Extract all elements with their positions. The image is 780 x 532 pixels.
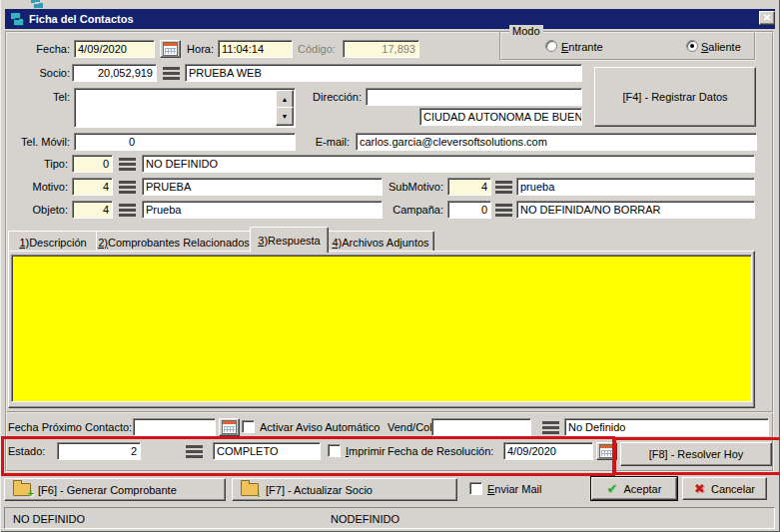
cancelar-button[interactable]: ✖ Cancelar bbox=[682, 477, 767, 500]
title-bar[interactable]: Ficha del Contactos ✕ bbox=[5, 9, 775, 29]
tel-label: Tel: bbox=[26, 88, 70, 106]
estado-label: Estado: bbox=[8, 442, 45, 460]
motivo-label: Motivo: bbox=[20, 178, 68, 196]
tab-respuesta[interactable]: 3) Respuesta bbox=[250, 227, 329, 253]
campana-lookup-icon[interactable] bbox=[495, 204, 512, 217]
modo-label: Modo bbox=[509, 25, 543, 37]
tipo-lookup-icon[interactable] bbox=[119, 158, 136, 171]
calendar-icon bbox=[222, 420, 237, 434]
tel-movil-label: Tel. Móvil: bbox=[8, 133, 70, 151]
close-button[interactable]: ✕ bbox=[759, 11, 775, 25]
estado-codigo-field[interactable]: 2 bbox=[57, 442, 141, 460]
tel-scroll-down-button[interactable]: ▼ bbox=[276, 107, 294, 126]
imprimir-checkbox[interactable] bbox=[328, 444, 341, 457]
tipo-codigo-field[interactable]: 0 bbox=[72, 155, 113, 173]
submotivo-descripcion-field[interactable]: prueba bbox=[516, 178, 755, 196]
radio-entrante[interactable] bbox=[545, 40, 557, 52]
radio-entrante-label[interactable]: Entrante bbox=[561, 38, 603, 56]
background-window-icon bbox=[28, 0, 44, 8]
tab-archivos-adjuntos[interactable]: 4) Archivos Adjuntos bbox=[327, 231, 434, 253]
radio-saliente-label[interactable]: Saliente bbox=[701, 38, 741, 56]
objeto-lookup-icon[interactable] bbox=[119, 204, 136, 217]
tipo-label: Tipo: bbox=[26, 155, 68, 173]
resolucion-field[interactable]: 4/09/2020 bbox=[503, 442, 593, 460]
app-icon bbox=[8, 11, 24, 27]
radio-saliente[interactable] bbox=[686, 40, 698, 52]
submotivo-codigo-field[interactable]: 4 bbox=[447, 178, 491, 196]
vendcobr-descripcion-field[interactable]: No Definido bbox=[564, 418, 769, 436]
close-icon: ✕ bbox=[763, 13, 771, 23]
ficha-del-contactos-dialog: Ficha del Contactos ✕ Fecha: 4/09/2020 H… bbox=[0, 0, 780, 532]
campana-label: Campaña: bbox=[386, 201, 443, 219]
tipo-descripcion-field[interactable]: NO DEFINIDO bbox=[142, 155, 755, 173]
objeto-descripcion-field[interactable]: Prueba bbox=[142, 201, 383, 219]
hora-field[interactable]: 11:04:14 bbox=[218, 40, 293, 58]
calendar-icon bbox=[163, 42, 178, 56]
submotivo-label: SubMotivo: bbox=[386, 178, 443, 196]
socio-lookup-icon[interactable] bbox=[163, 67, 180, 80]
direccion-label: Dirección: bbox=[298, 88, 362, 106]
hora-label: Hora: bbox=[186, 40, 214, 58]
status-right: NODEFINIDO bbox=[331, 510, 399, 528]
enviar-mail-label[interactable]: Enviar Mail bbox=[487, 480, 541, 498]
tel-movil-field[interactable]: 0 bbox=[74, 133, 296, 151]
imprimir-label[interactable]: Imprimir bbox=[346, 442, 386, 460]
direccion-field-2[interactable]: CIUDAD AUTONOMA DE BUEN bbox=[419, 108, 582, 126]
campana-codigo-field[interactable]: 0 bbox=[447, 201, 491, 219]
proximo-calendar-button[interactable] bbox=[219, 418, 240, 436]
tab-comprobantes-relacionados[interactable]: 2) Comprobantes Relacionados bbox=[96, 231, 252, 253]
status-left: NO DEFINIDO bbox=[13, 510, 85, 528]
objeto-codigo-field[interactable]: 4 bbox=[72, 201, 113, 219]
objeto-label: Objeto: bbox=[20, 201, 68, 219]
fecha-calendar-button[interactable] bbox=[160, 40, 181, 58]
codigo-label: Código: bbox=[298, 40, 330, 58]
folder-plus-icon: + bbox=[13, 483, 31, 496]
registrar-datos-button[interactable]: [F4] - Registrar Datos bbox=[594, 67, 756, 127]
aceptar-button[interactable]: ✔ Aceptar bbox=[591, 477, 677, 500]
submotivo-lookup-icon[interactable] bbox=[495, 181, 512, 194]
generar-comprobante-button[interactable]: + [F6] - Generar Comprobante bbox=[4, 478, 226, 501]
proximo-contacto-field[interactable] bbox=[133, 418, 216, 436]
socio-numero-field[interactable]: 20,052,919 bbox=[72, 64, 157, 82]
estado-lookup-icon[interactable] bbox=[186, 445, 203, 458]
tab-descripcion[interactable]: 1) Descripción bbox=[8, 231, 98, 253]
enviar-mail-checkbox[interactable] bbox=[469, 482, 482, 495]
vendcobr-lookup-icon[interactable] bbox=[542, 421, 559, 434]
window-title: Ficha del Contactos bbox=[29, 13, 134, 25]
vendcobr-field[interactable] bbox=[431, 418, 531, 436]
resolucion-label: Fecha de Resolución: bbox=[388, 442, 493, 460]
motivo-descripcion-field[interactable]: PRUEBA bbox=[142, 178, 383, 196]
resolucion-calendar-button[interactable] bbox=[596, 442, 617, 460]
socio-nombre-field[interactable]: PRUEBA WEB bbox=[185, 64, 582, 82]
direccion-field-1[interactable] bbox=[366, 88, 582, 106]
respuesta-textarea[interactable] bbox=[11, 255, 752, 402]
folder-download-icon: ↓ bbox=[241, 483, 259, 496]
status-bar: NO DEFINIDO NODEFINIDO bbox=[4, 507, 775, 529]
actualizar-socio-button[interactable]: ↓ [F7] - Actualizar Socio bbox=[232, 478, 457, 501]
motivo-codigo-field[interactable]: 4 bbox=[72, 178, 113, 196]
email-field[interactable]: carlos.garcia@cleversoftsolutions.com bbox=[356, 133, 757, 151]
activar-aviso-label[interactable]: Activar Aviso Automático bbox=[260, 418, 380, 436]
fecha-label: Fecha: bbox=[26, 40, 70, 58]
campana-descripcion-field[interactable]: NO DEFINIDA/NO BORRAR bbox=[516, 201, 755, 219]
motivo-lookup-icon[interactable] bbox=[119, 181, 136, 194]
proximo-contacto-label: Fecha Próximo Contacto: bbox=[8, 418, 132, 436]
resolver-hoy-button[interactable]: [F8] - Resolver Hoy bbox=[620, 442, 772, 466]
cross-icon: ✖ bbox=[694, 481, 705, 496]
codigo-field: 17,893 bbox=[343, 40, 419, 58]
scroll-up-icon: ▲ bbox=[282, 96, 289, 103]
check-icon: ✔ bbox=[607, 481, 618, 496]
fecha-field[interactable]: 4/09/2020 bbox=[74, 40, 155, 58]
scroll-down-icon: ▼ bbox=[282, 113, 289, 120]
calendar-icon bbox=[599, 444, 614, 458]
estado-descripcion-field[interactable]: COMPLETO bbox=[213, 442, 321, 460]
email-label: E-mail: bbox=[306, 133, 350, 151]
activar-aviso-checkbox[interactable] bbox=[242, 420, 255, 433]
socio-label: Socio: bbox=[26, 64, 70, 82]
tel-field[interactable] bbox=[74, 88, 296, 128]
